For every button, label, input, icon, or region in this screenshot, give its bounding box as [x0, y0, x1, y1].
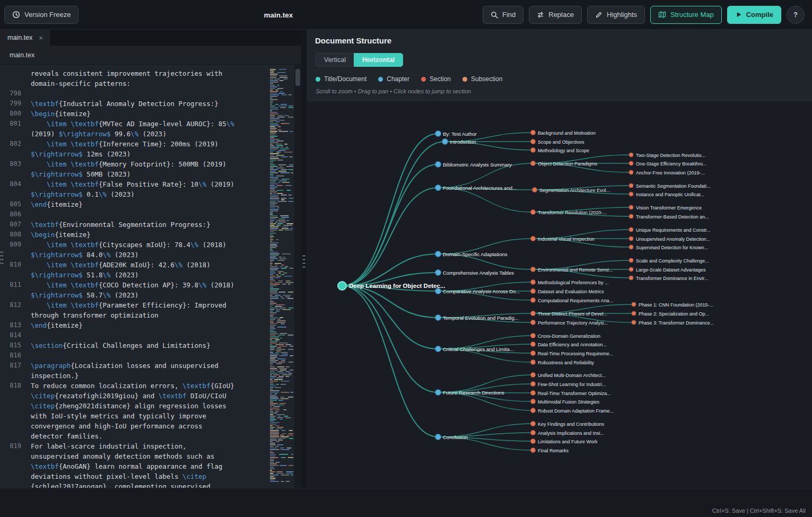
tab-main-tex[interactable]: main.tex × [0, 30, 51, 46]
map-node-limitations[interactable]: Limitations and Future Work [531, 439, 598, 444]
code-line[interactable]: unsupervised anomaly detection methods s… [0, 451, 261, 461]
map-node-unsup_anomaly[interactable]: Unsupervised Anomaly Detection... [629, 236, 710, 242]
map-node-domain[interactable]: Domain-Specific Adaptations [435, 251, 508, 257]
code-line[interactable]: 802 \item \textbf{Inference Time}: 200ms… [0, 139, 261, 149]
map-node-two_stage[interactable]: Two-Stage Detection Revolutio... [629, 153, 705, 158]
code-area[interactable]: reveals consistent improvement trajector… [0, 68, 261, 488]
minimap[interactable] [269, 68, 293, 484]
code-line[interactable]: 805\end{itemize} [0, 199, 261, 209]
code-line[interactable]: domain-specific patterns: [0, 78, 261, 89]
map-node-future[interactable]: Future Research Directions [435, 390, 504, 396]
map-node-scale_complexity[interactable]: Scale and Complexity Challenge... [629, 258, 709, 264]
map-node-environmental[interactable]: Environmental and Remote Sensi... [531, 267, 613, 273]
map-node-vit_emergence[interactable]: Vision Transformer Emergence [629, 205, 702, 211]
code-line[interactable]: 810 \item \textbf{ADE20K mIoU}: 42.6\% (… [0, 260, 261, 270]
toggle-horizontal[interactable]: Horizontal [354, 53, 403, 67]
code-line[interactable]: 800\begin{itemize} [0, 109, 261, 119]
code-line[interactable]: 799\textbf{Industrial Anomaly Detection … [0, 99, 261, 109]
code-line[interactable]: 818To reduce common localization errors,… [0, 381, 261, 391]
map-node-industrial[interactable]: Industrial Visual Inspection [531, 236, 595, 242]
map-node-perf_traj[interactable]: Performance Trajectory Analysi... [531, 320, 608, 326]
code-line[interactable]: \citep{rezatofighi2019giou} and \textbf … [0, 391, 261, 401]
code-line[interactable]: 804 \item \textbf{False Positive Rate}: … [0, 179, 261, 189]
highlights-button[interactable]: Highlights [587, 6, 645, 24]
code-line[interactable]: deviations without pixel-level labels \c… [0, 471, 261, 481]
compile-button[interactable]: Compile [727, 6, 781, 24]
map-node-comp_req[interactable]: Computational Requirements Ana... [531, 298, 614, 303]
code-line[interactable]: 816 [0, 350, 261, 361]
code-line[interactable]: 801 \item \textbf{MVTec AD Image-level A… [0, 119, 261, 129]
code-line[interactable]: \textbf{AnoGAN} learn normal appearance … [0, 461, 261, 471]
code-line[interactable]: $\rightarrow$ 12ms (2023) [0, 149, 261, 159]
map-node-transformer_dom[interactable]: Transformer Dominance in Envir... [629, 276, 708, 281]
code-line[interactable]: $\rightarrow$ 50MB (2023) [0, 169, 261, 179]
code-line[interactable]: $\rightarrow$ 58.7\% (2023) [0, 290, 261, 300]
code-line[interactable]: {schlegl2017anogan}, complementing super… [0, 481, 261, 488]
code-line[interactable]: 798 [0, 89, 261, 99]
map-node-anchor_free[interactable]: Anchor-Free Innovation (2019-... [629, 170, 705, 176]
map-node-rt_transformer[interactable]: Real-Time Transformer Optimiza... [531, 391, 611, 396]
code-line[interactable]: 803 \item \textbf{Memory Footprint}: 500… [0, 159, 261, 169]
map-node-author[interactable]: By: Test Author [435, 131, 477, 137]
code-line[interactable]: 819For label-scarce industrial inspectio… [0, 441, 261, 451]
map-node-supervised_det[interactable]: Supervised Detection for Known... [629, 245, 708, 250]
window-edge-grip-icon[interactable] [0, 250, 4, 266]
code-line[interactable]: detector families. [0, 431, 261, 441]
map-node-key_findings[interactable]: Key Findings and Contributions [531, 422, 605, 427]
map-node-instance_panoptic[interactable]: Instance and Panoptic Unificat... [629, 192, 704, 197]
code-line[interactable]: 817\paragraph{Localization losses and un… [0, 361, 261, 371]
scrollbar-thumb[interactable] [295, 69, 300, 86]
panel-splitter[interactable] [301, 30, 307, 488]
map-node-background[interactable]: Background and Motivation [531, 130, 596, 136]
map-node-robust_domain[interactable]: Robust Domain Adaptation Frame... [531, 408, 614, 414]
code-line[interactable]: 815\section{Critical Challenges and Limi… [0, 340, 261, 350]
version-freeze-button[interactable]: Version Freeze [4, 6, 78, 24]
find-button[interactable]: Find [483, 6, 523, 24]
code-editor[interactable]: reveals consistent improvement trajector… [0, 65, 301, 488]
code-line[interactable]: convergence and high-IoU performance acr… [0, 421, 261, 431]
close-icon[interactable]: × [39, 34, 43, 42]
map-node-data_eff[interactable]: Data Efficiency and Annotation... [531, 342, 607, 347]
toggle-vertical[interactable]: Vertical [316, 53, 354, 67]
map-node-scope[interactable]: Scope and Objectives [531, 139, 585, 145]
map-node-dataset_metrics[interactable]: Dataset and Evaluation Metrics [531, 289, 605, 294]
map-node-unified[interactable]: Unified Multi-Domain Architect... [531, 373, 606, 378]
map-node-paradigms[interactable]: Object Detection Paradigms [531, 161, 598, 167]
code-line[interactable]: 806 [0, 209, 261, 220]
code-line[interactable]: 814 [0, 330, 261, 340]
code-line[interactable]: \citep{zheng2021distance} align regressi… [0, 401, 261, 411]
map-node-method_pref[interactable]: Methodological Preferences by ... [531, 280, 609, 285]
map-node-large_scale[interactable]: Large-Scale Dataset Advantages [629, 267, 706, 273]
code-line[interactable]: 812 \item \textbf{Parameter Efficiency}:… [0, 300, 261, 310]
code-line[interactable]: 807\textbf{Environmental Segmentation Pr… [0, 220, 261, 230]
code-line[interactable]: reveals consistent improvement trajector… [0, 68, 261, 78]
code-line[interactable]: $\rightarrow$ 84.0\% (2023) [0, 250, 261, 260]
map-node-final_remarks[interactable]: Final Remarks [531, 448, 569, 453]
code-line[interactable]: $\rightarrow$ 51.8\% (2023) [0, 270, 261, 280]
map-node-segmentation[interactable]: Segmentation Architecture Evol... [532, 188, 610, 193]
map-node-multimodal[interactable]: Multimodal Fusion Strategies [531, 399, 600, 405]
map-node-fewshot[interactable]: Few-Shot Learning for Industri... [531, 382, 606, 387]
map-node-implications[interactable]: Analysis Implications and Insi... [531, 431, 605, 436]
structure-map-canvas[interactable]: Deep Learning for Object Detec...By: Tes… [307, 101, 812, 488]
map-node-phase2[interactable]: Phase 2: Specialization and Op... [632, 311, 709, 317]
map-node-introduction[interactable]: Introduction [442, 139, 476, 145]
map-node-phase3[interactable]: Phase 3: Transformer Dominance... [632, 320, 714, 326]
map-node-foundational[interactable]: Foundational Architectures and... [435, 185, 517, 191]
map-node-three_phases[interactable]: Three Distinct Phases of Devel... [531, 311, 608, 317]
map-node-conclusion[interactable]: Conclusion [435, 434, 468, 440]
help-button[interactable]: ? [787, 6, 805, 24]
map-node-cross_domain[interactable]: Cross-Domain Generalization [531, 334, 601, 339]
map-node-realtime_proc[interactable]: Real-Time Processing Requireme... [531, 351, 614, 356]
code-line[interactable]: with IoU-style metrics and typically imp… [0, 411, 261, 421]
map-node-semantic_seg[interactable]: Semantic Segmentation Foundati... [629, 183, 711, 189]
code-line[interactable]: 813\end{itemize} [0, 320, 261, 330]
map-node-comparative[interactable]: Comparative Analysis Across Do... [435, 288, 520, 294]
replace-button[interactable]: Replace [529, 6, 582, 24]
map-node-temporal[interactable]: Temporal Evolution and Paradig... [435, 315, 519, 321]
structure-map-button[interactable]: Structure Map [650, 6, 722, 24]
code-line[interactable]: $\rightarrow$ 0.1\% (2023) [0, 189, 261, 199]
map-node-methodology[interactable]: Methodology and Scope [531, 148, 590, 153]
map-node-one_stage[interactable]: One-Stage Efficiency Breakthro... [629, 161, 706, 167]
code-line[interactable]: inspection.} [0, 371, 261, 381]
